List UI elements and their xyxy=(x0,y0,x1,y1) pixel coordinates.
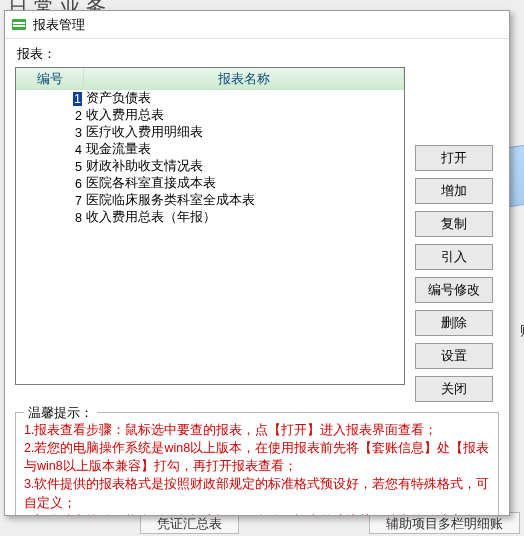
row-name: 医疗收入费用明细表 xyxy=(84,124,404,141)
tip-line-4: 4.部分杀毒软件可能会影响您报表运行，在使用报表前建议关闭杀毒软件或安全卫士等第… xyxy=(24,512,490,515)
delete-button[interactable]: 删除 xyxy=(415,310,493,336)
row-name: 财政补助收支情况表 xyxy=(84,158,404,175)
background-right-label: 账 xyxy=(520,322,524,340)
copy-button[interactable]: 复制 xyxy=(415,211,493,237)
renumber-button[interactable]: 编号修改 xyxy=(415,277,493,303)
row-name: 收入费用总表（年报） xyxy=(84,209,404,226)
client-area: 报表： 编号 报表名称 1资产负债表2收入费用总表3医疗收入费用明细表4现金流量… xyxy=(5,39,509,515)
row-name: 现金流量表 xyxy=(84,141,404,158)
row-name: 医院临床服务类科室全成本表 xyxy=(84,192,404,209)
row-number: 2 xyxy=(16,109,84,123)
window-title: 报表管理 xyxy=(33,16,85,34)
table-row[interactable]: 6医院各科室直接成本表 xyxy=(16,175,404,192)
row-number: 1 xyxy=(16,92,84,106)
tip-line-3: 3.软件提供的报表格式是按照财政部规定的标准格式预设好，若您有特殊格式，可自定义… xyxy=(24,475,490,511)
row-number: 4 xyxy=(16,143,84,157)
app-icon xyxy=(11,17,27,33)
table-row[interactable]: 8收入费用总表（年报） xyxy=(16,209,404,226)
table-row[interactable]: 2收入费用总表 xyxy=(16,107,404,124)
svg-rect-2 xyxy=(13,25,25,27)
open-button[interactable]: 打开 xyxy=(415,145,493,171)
row-name: 收入费用总表 xyxy=(84,107,404,124)
svg-rect-1 xyxy=(13,22,25,24)
column-header-number[interactable]: 编号 xyxy=(16,68,84,90)
svg-rect-0 xyxy=(12,19,26,30)
table-row[interactable]: 5财政补助收支情况表 xyxy=(16,158,404,175)
table-row[interactable]: 4现金流量表 xyxy=(16,141,404,158)
tip-line-2: 2.若您的电脑操作系统是win8以上版本，在使用报表前先将【套账信息】处【报表与… xyxy=(24,439,490,475)
tips-legend: 温馨提示： xyxy=(24,404,97,422)
section-label: 报表： xyxy=(17,45,499,63)
column-headers[interactable]: 编号 报表名称 xyxy=(16,68,404,90)
table-row[interactable]: 1资产负债表 xyxy=(16,90,404,107)
table-row[interactable]: 7医院临床服务类科室全成本表 xyxy=(16,192,404,209)
row-name: 资产负债表 xyxy=(84,90,404,107)
row-name: 医院各科室直接成本表 xyxy=(84,175,404,192)
titlebar[interactable]: 报表管理 xyxy=(5,11,509,39)
report-manager-window: 报表管理 报表： 编号 报表名称 1资产负债表2收入费用总表3医疗收入费用明细表… xyxy=(4,10,510,516)
report-list[interactable]: 编号 报表名称 1资产负债表2收入费用总表3医疗收入费用明细表4现金流量表5财政… xyxy=(15,67,405,385)
row-number: 7 xyxy=(16,194,84,208)
row-number: 8 xyxy=(16,211,84,225)
row-number: 5 xyxy=(16,160,84,174)
add-button[interactable]: 增加 xyxy=(415,178,493,204)
settings-button[interactable]: 设置 xyxy=(415,343,493,369)
import-button[interactable]: 引入 xyxy=(415,244,493,270)
button-column: 打开 增加 复制 引入 编号修改 删除 设置 关闭 xyxy=(415,67,493,402)
column-header-name[interactable]: 报表名称 xyxy=(84,68,404,90)
row-number: 3 xyxy=(16,126,84,140)
tip-line-1: 1.报表查看步骤：鼠标选中要查的报表，点【打开】进入报表界面查看； xyxy=(24,421,490,439)
row-number: 6 xyxy=(16,177,84,191)
table-row[interactable]: 3医疗收入费用明细表 xyxy=(16,124,404,141)
close-button[interactable]: 关闭 xyxy=(415,376,493,402)
tips-box: 温馨提示： 1.报表查看步骤：鼠标选中要查的报表，点【打开】进入报表界面查看； … xyxy=(15,412,499,515)
